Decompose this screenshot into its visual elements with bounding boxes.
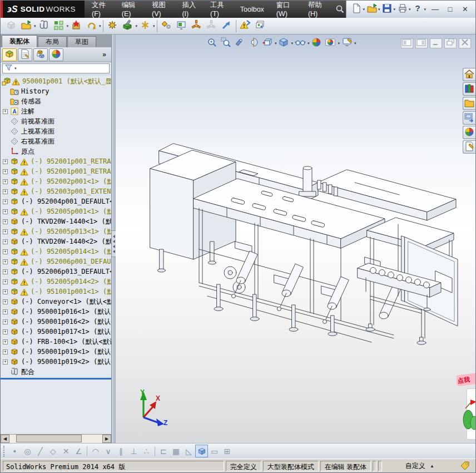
scroll-right-arrow-icon[interactable]: ▶ bbox=[102, 435, 111, 443]
tree-item[interactable]: +(-) 952001p001_RETRACTE bbox=[2, 156, 111, 166]
help-button[interactable]: ?▾ bbox=[412, 3, 426, 16]
tree-expander[interactable]: + bbox=[3, 329, 8, 334]
tree-expander[interactable]: + bbox=[3, 219, 8, 224]
tree-expander[interactable]: + bbox=[3, 309, 8, 314]
tree-expander[interactable]: + bbox=[3, 279, 8, 284]
hide-show-items-button[interactable] bbox=[293, 36, 307, 50]
tree-item[interactable]: +(-) Conveyor<1> (默认<默 bbox=[2, 297, 111, 307]
tree-expander[interactable]: + bbox=[3, 299, 8, 304]
tree-item[interactable]: 上视基准面 bbox=[2, 126, 111, 136]
tree-item[interactable]: +(-) 950001p016<1> (默认<< bbox=[2, 307, 111, 317]
tree-item[interactable]: +(-) FRB-100<1> (默认<默认 bbox=[2, 337, 111, 347]
menu-tools[interactable]: 工具(T) bbox=[204, 1, 234, 18]
zoom-selection-button[interactable] bbox=[232, 36, 246, 50]
featuremanager-tab[interactable] bbox=[2, 48, 17, 61]
displaymanager-tab[interactable] bbox=[49, 48, 63, 61]
tree-expander[interactable]: + bbox=[3, 189, 8, 194]
close-button[interactable]: ✕ bbox=[458, 3, 473, 16]
tree-expander[interactable]: + bbox=[3, 209, 8, 214]
chevron-down-icon[interactable]: ▾ bbox=[378, 7, 380, 12]
parallel-snap-button[interactable]: ∥ bbox=[115, 445, 127, 457]
tile-right-button[interactable] bbox=[415, 38, 428, 48]
four-pane-toggle-button[interactable]: ⊞ bbox=[221, 445, 234, 457]
restore-document-button[interactable] bbox=[444, 38, 457, 48]
display-style-button[interactable] bbox=[277, 36, 291, 50]
tree-item[interactable]: +(-) 950001p016<2> (默认<< bbox=[2, 317, 111, 327]
taskpane-view-palette-button[interactable] bbox=[463, 111, 475, 125]
smart-fasteners-button[interactable] bbox=[68, 18, 83, 33]
show-hidden-components-button[interactable] bbox=[105, 18, 120, 33]
polygon-snap-button[interactable]: ◇ bbox=[47, 445, 60, 457]
open-document-button[interactable] bbox=[18, 18, 33, 33]
taskpane-custom-properties-button[interactable] bbox=[463, 140, 475, 154]
toolbar-grip[interactable] bbox=[3, 446, 6, 457]
model-3d-view[interactable] bbox=[116, 35, 475, 442]
tree-expander[interactable]: + bbox=[3, 159, 8, 164]
configurationmanager-tab[interactable] bbox=[33, 48, 48, 61]
tree-item[interactable]: +(-) 952006p001_DEFAULT< bbox=[2, 257, 111, 267]
tree-expander[interactable]: + bbox=[3, 169, 8, 174]
intersection-snap-button[interactable]: ✕ bbox=[60, 445, 72, 457]
tree-expander[interactable]: + bbox=[3, 249, 8, 254]
chevron-down-icon[interactable]: ▾ bbox=[354, 41, 356, 46]
menu-insert[interactable]: 插入(I) bbox=[176, 1, 204, 18]
grid-snap-button[interactable]: ▦ bbox=[170, 445, 182, 457]
tree-item[interactable]: 配合 bbox=[2, 367, 111, 377]
view-settings-button[interactable] bbox=[340, 36, 354, 50]
tree-horizontal-scrollbar[interactable]: ◀ ▶ bbox=[1, 434, 111, 443]
save-button[interactable]: ▾ bbox=[381, 3, 395, 16]
interference-detection-button[interactable] bbox=[219, 18, 234, 33]
chevron-down-icon[interactable]: ▾ bbox=[393, 7, 395, 12]
bill-of-materials-button[interactable] bbox=[174, 18, 189, 33]
taskpane-file-explorer-button[interactable] bbox=[463, 97, 475, 110]
shaded-view-toggle-button[interactable] bbox=[195, 445, 208, 457]
floating-ad-widget[interactable]: 点我 bbox=[457, 373, 475, 442]
tree-item[interactable]: +(-) 952001p001_RETRACTE bbox=[2, 166, 111, 176]
tree-expander[interactable]: + bbox=[3, 179, 8, 184]
tree-item[interactable]: +(-) 952005p014<1> (默认 bbox=[2, 247, 111, 257]
angle-bisector-snap-button[interactable]: ◺ bbox=[182, 445, 195, 457]
zoom-area-button[interactable] bbox=[219, 36, 232, 50]
tree-expander[interactable]: + bbox=[3, 199, 8, 204]
new-document-button[interactable]: ▾ bbox=[351, 3, 365, 16]
print-button[interactable]: ▾ bbox=[397, 3, 411, 16]
line-snap-button[interactable]: ╱ bbox=[34, 445, 47, 457]
tree-item[interactable]: 950001p001 (默认<默认_显示 bbox=[2, 76, 111, 86]
tangent-snap-button[interactable]: ◠ bbox=[89, 445, 102, 457]
tree-item[interactable]: +(-) 952004p001_DEFAULT<1> bbox=[2, 196, 111, 206]
reference-geometry-button[interactable] bbox=[137, 18, 152, 33]
assembly-features-button[interactable] bbox=[120, 18, 135, 33]
tree-item[interactable]: +(-) 950001p019<1> (默认<< bbox=[2, 347, 111, 357]
apply-scene-button[interactable] bbox=[324, 36, 338, 50]
close-document-button[interactable] bbox=[459, 38, 471, 48]
perpendicular-snap-button[interactable]: ⊥ bbox=[127, 445, 140, 457]
tree-item[interactable]: 右视基准面 bbox=[2, 136, 111, 146]
tree-item[interactable]: +(-) 951001p001<1> (默认 bbox=[2, 287, 111, 297]
minimize-button[interactable]: — bbox=[428, 3, 443, 16]
view-orientation-button[interactable] bbox=[260, 36, 274, 50]
tree-item[interactable]: +(-) 952005p013<1> (默认 bbox=[2, 226, 111, 237]
tree-expander[interactable]: + bbox=[3, 339, 8, 344]
mate-button[interactable] bbox=[36, 18, 51, 33]
tree-item[interactable]: +(-) 950001p017<1> (默认<< bbox=[2, 327, 111, 337]
linear-component-pattern-button[interactable] bbox=[51, 18, 66, 33]
tree-expander[interactable]: + bbox=[3, 289, 8, 294]
angle-snap-button[interactable]: ∠ bbox=[72, 445, 85, 457]
menu-toolbox[interactable]: Toolbox bbox=[234, 1, 270, 18]
move-component-button[interactable] bbox=[83, 18, 98, 33]
large-design-review-button[interactable] bbox=[238, 18, 253, 33]
midpoint-snap-button[interactable]: ∨ bbox=[102, 445, 115, 457]
scroll-left-arrow-icon[interactable]: ◀ bbox=[1, 435, 9, 443]
menu-window[interactable]: 窗口(W) bbox=[270, 1, 302, 18]
tree-item[interactable]: +(-) TKVD20W-1440<2> (默认 bbox=[2, 237, 111, 247]
tree-filter-input[interactable]: ▾ bbox=[2, 63, 110, 73]
tree-item[interactable]: +(-) 950001p019<2> (默认<< bbox=[2, 357, 111, 367]
chevron-down-icon[interactable]: ▾ bbox=[409, 7, 411, 12]
grid-point-snap-button[interactable]: ∴ bbox=[140, 445, 153, 457]
single-pane-toggle-button[interactable]: ▭ bbox=[208, 445, 221, 457]
tree-item[interactable]: +(-) 952005p014<2> (默认 bbox=[2, 277, 111, 287]
tree-expander[interactable]: + bbox=[3, 349, 8, 354]
exploded-view-button[interactable] bbox=[189, 18, 204, 33]
taskpane-appearances-button[interactable] bbox=[463, 126, 475, 139]
tile-left-button[interactable] bbox=[401, 38, 413, 48]
